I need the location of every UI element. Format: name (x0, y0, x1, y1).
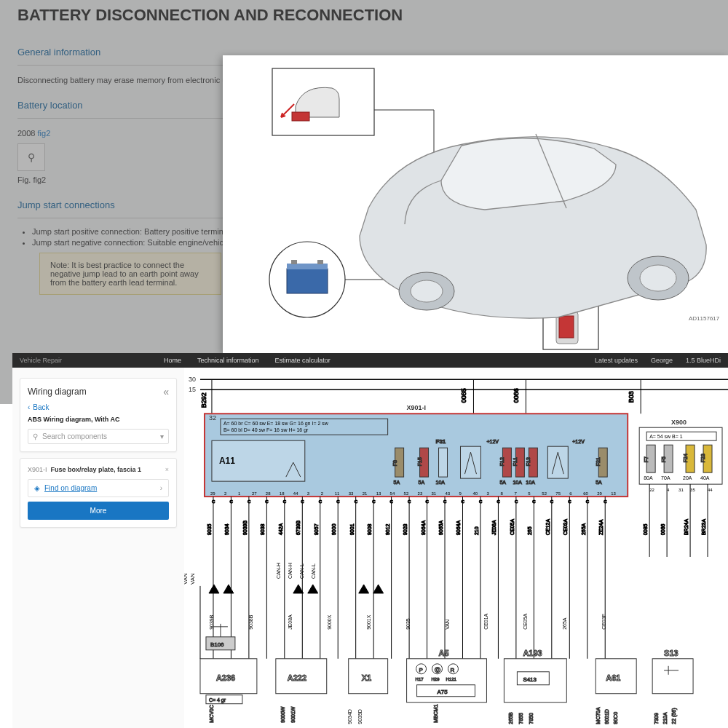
svg-text:CE12A: CE12A (545, 519, 550, 535)
svg-text:9000X: 9000X (327, 614, 332, 630)
svg-text:265A: 265A (581, 523, 586, 535)
nav-estimate[interactable]: Estimate calculator (275, 357, 331, 364)
svg-text:23: 23 (418, 491, 423, 496)
svg-text:C: C (550, 499, 554, 504)
svg-text:VAN: VAN (445, 620, 450, 630)
svg-text:H17: H17 (416, 677, 424, 681)
svg-text:MC70A: MC70A (596, 707, 601, 724)
svg-text:C: C (604, 499, 607, 504)
svg-text:C: C (301, 499, 304, 504)
svg-text:F5: F5 (661, 456, 666, 462)
nav-home[interactable]: Home (164, 357, 181, 364)
svg-text:9065A: 9065A (438, 520, 443, 535)
svg-text:F31: F31 (436, 438, 446, 445)
svg-rect-1 (292, 112, 309, 121)
sidebar-panel-main: Wiring diagram « ‹ Back ABS Wiring diagr… (20, 378, 177, 452)
find-on-diagram-button[interactable]: ◈ Find on diagram › (28, 479, 169, 497)
svg-text:10A: 10A (513, 480, 522, 485)
app-topbar: Vehicle Repair Home Technical informatio… (12, 353, 728, 368)
nav-engine[interactable]: 1.5 BlueHDi (686, 357, 721, 364)
svg-text:H121: H121 (446, 677, 457, 681)
svg-text:22: 22 (649, 488, 654, 492)
svg-text:0086: 0086 (513, 388, 520, 403)
svg-text:VAN: VAN (189, 573, 196, 585)
svg-point-19 (411, 280, 443, 302)
svg-rect-8 (291, 260, 297, 264)
svg-text:0086: 0086 (660, 523, 665, 535)
svg-text:27: 27 (252, 491, 257, 496)
svg-text:9064A: 9064A (421, 520, 426, 535)
svg-text:9000: 9000 (331, 523, 336, 535)
svg-text:7309: 7309 (654, 713, 659, 724)
close-icon[interactable]: × (165, 466, 169, 473)
svg-text:52: 52 (404, 491, 409, 496)
svg-text:54: 54 (390, 491, 395, 496)
nav-latest[interactable]: Latest updates (595, 357, 638, 364)
svg-text:F11: F11 (513, 457, 518, 466)
svg-text:4: 4 (667, 488, 670, 492)
svg-text:210A: 210A (662, 712, 668, 724)
svg-text:33: 33 (349, 491, 354, 496)
svg-text:10A: 10A (436, 480, 446, 485)
back-link[interactable]: ‹ Back (28, 403, 50, 411)
svg-text:10A: 10A (526, 480, 535, 485)
svg-text:Ⓒ: Ⓒ (435, 667, 440, 673)
svg-rect-48 (439, 448, 448, 477)
svg-text:CAN-H: CAN-H (288, 563, 293, 579)
svg-text:40: 40 (472, 491, 478, 496)
search-icon: ⚲ (33, 432, 38, 440)
svg-text:C: C (586, 499, 590, 504)
svg-text:7850: 7850 (529, 713, 534, 724)
component-label: Fuse box/relay plate, fascia 1 (51, 466, 142, 473)
svg-text:22 (56): 22 (56) (671, 708, 677, 724)
svg-text:C= 4 gr: C= 4 gr (209, 697, 226, 703)
svg-text:CE03F: CE03F (601, 614, 606, 630)
svg-text:75: 75 (555, 491, 561, 496)
more-button[interactable]: More (28, 502, 169, 520)
svg-text:44: 44 (293, 491, 298, 496)
svg-text:9008: 9008 (367, 523, 372, 535)
svg-text:CE05A: CE05A (523, 613, 528, 629)
collapse-icon[interactable]: « (163, 386, 169, 397)
svg-rect-234 (652, 659, 693, 694)
svg-text:31: 31 (678, 488, 684, 492)
svg-text:C: C (443, 499, 447, 504)
search-input[interactable]: ⚲ Search components ▾ (28, 429, 169, 444)
svg-text:S413: S413 (523, 676, 537, 683)
svg-text:9057: 9057 (314, 523, 319, 535)
svg-text:P: P (419, 667, 423, 673)
svg-text:F24: F24 (683, 454, 688, 462)
svg-text:29: 29 (210, 491, 215, 496)
svg-text:X900: X900 (671, 419, 687, 426)
svg-text:7855: 7855 (518, 713, 523, 724)
svg-text:9001W: 9001W (290, 706, 296, 723)
svg-text:BR24A: BR24A (684, 519, 689, 535)
top-nav: Home Technical information Estimate calc… (164, 357, 331, 364)
svg-rect-14 (559, 316, 574, 338)
svg-text:5A: 5A (499, 480, 506, 485)
svg-text:40A: 40A (700, 475, 710, 480)
svg-text:S13: S13 (664, 649, 678, 657)
svg-text:11: 11 (335, 491, 340, 496)
svg-text:C: C (515, 499, 518, 504)
svg-text:70A: 70A (661, 475, 670, 480)
svg-text:0085: 0085 (460, 388, 467, 403)
svg-text:A236: A236 (216, 673, 235, 682)
nav-user[interactable]: George (651, 357, 673, 364)
svg-text:265B: 265B (508, 712, 513, 724)
search-placeholder: Search components (42, 432, 107, 440)
svg-text:F23: F23 (700, 454, 705, 462)
svg-text:32: 32 (209, 414, 216, 422)
svg-text:44: 44 (708, 488, 713, 492)
svg-text:5A: 5A (596, 480, 602, 485)
svg-text:A75: A75 (438, 689, 448, 695)
svg-text:15: 15 (189, 386, 196, 393)
wiring-diagram-canvas[interactable]: 30 15 B292 0085 0086 B03 X901-I 32 (184, 368, 728, 728)
svg-text:F7: F7 (644, 456, 649, 462)
svg-text:B03: B03 (628, 391, 635, 403)
nav-technical[interactable]: Technical information (197, 357, 259, 364)
svg-text:C: C (479, 499, 483, 504)
component-code: X901-I (28, 466, 47, 473)
svg-text:C: C (496, 499, 500, 504)
svg-text:H29: H29 (432, 677, 440, 681)
